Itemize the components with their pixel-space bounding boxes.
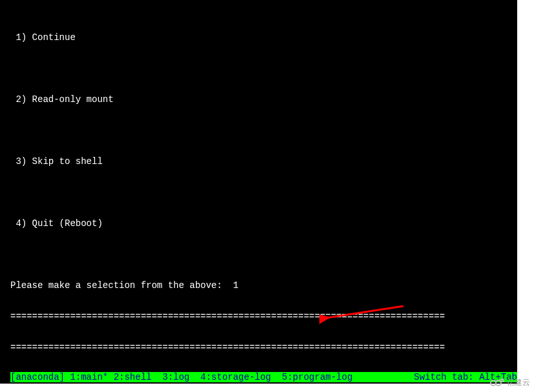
status-tabs: [anaconda] 1:main* 2:shell 3:log 4:stora…	[10, 372, 352, 382]
terminal-screen[interactable]: 1) Continue 2) Read-only mount 3) Skip t…	[0, 0, 517, 384]
menu-item-3: 3) Skip to shell	[10, 156, 507, 167]
blank-line	[10, 187, 507, 198]
watermark: 亿速云	[490, 377, 530, 388]
menu-item-2: 2) Read-only mount	[10, 94, 507, 105]
selection-prompt: Please make a selection from the above: …	[10, 280, 507, 291]
blank-line	[10, 63, 507, 74]
watermark-icon	[490, 378, 504, 387]
menu-item-4: 4) Quit (Reboot)	[10, 218, 507, 229]
blank-line	[10, 249, 507, 260]
menu-item-1: 1) Continue	[10, 32, 507, 43]
separator: ========================================…	[10, 342, 507, 353]
watermark-text: 亿速云	[507, 377, 530, 388]
blank-line	[10, 125, 507, 136]
separator: ========================================…	[10, 311, 507, 322]
status-bar: [anaconda] 1:main* 2:shell 3:log 4:stora…	[10, 372, 517, 382]
